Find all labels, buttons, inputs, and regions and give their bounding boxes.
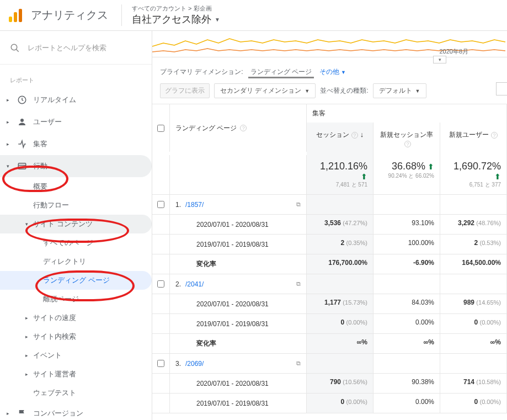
new-rate-cell: -6.90% xyxy=(373,254,440,274)
search-icon xyxy=(10,43,20,53)
help-icon[interactable]: ? xyxy=(404,141,411,147)
caret-down-icon: ▼ xyxy=(215,17,220,23)
table-search-input[interactable] xyxy=(496,82,507,95)
col-header-new-users[interactable]: 新規ユーザー? xyxy=(440,123,507,155)
landing-page-link[interactable]: /2041/ xyxy=(185,280,204,288)
subsub-directory[interactable]: ディレクトリ xyxy=(0,252,152,271)
app-title: アナリティクス xyxy=(31,8,108,23)
caret-right-icon: ▸ xyxy=(4,141,11,147)
user-icon xyxy=(17,116,28,127)
search-input[interactable]: レポートとヘルプを検索 xyxy=(0,36,152,64)
svg-point-6 xyxy=(20,119,24,122)
nav-realtime[interactable]: ▸ リアルタイム xyxy=(0,89,152,111)
open-link-icon[interactable]: ⧉ xyxy=(296,360,301,367)
row-checkbox[interactable] xyxy=(157,201,164,208)
chart-pager[interactable]: ▾ xyxy=(433,56,446,63)
table-subrow: 2020/07/01 - 2020/08/31 790 (10.56%) 90.… xyxy=(152,374,507,394)
sub-site-speed[interactable]: ▸サイトの速度 xyxy=(0,309,152,327)
svg-rect-0 xyxy=(9,17,12,22)
view-selector[interactable]: 自社アクセス除外 ▼ xyxy=(132,13,220,26)
open-link-icon[interactable]: ⧉ xyxy=(296,201,301,208)
landing-page-link[interactable]: /2069/ xyxy=(185,360,204,368)
flag-icon xyxy=(17,408,28,419)
svg-rect-2 xyxy=(19,9,22,22)
date-range-cell: 2020/07/01 - 2020/08/31 xyxy=(170,294,307,313)
caret-down-icon: ▾ xyxy=(25,221,32,227)
svg-line-4 xyxy=(16,49,19,52)
help-icon[interactable]: ? xyxy=(240,125,247,131)
summary-sessions: 1,210.16% ⬆ 7,481 と 571 xyxy=(307,155,373,194)
caret-right-icon: ▸ xyxy=(25,315,32,321)
section-label-reports: レポート xyxy=(0,72,152,89)
open-link-icon[interactable]: ⧉ xyxy=(296,280,301,288)
table-subrow: 2019/07/01 - 2019/08/31 0 (0.00%) 0.00% … xyxy=(152,394,507,413)
sort-type-select[interactable]: デフォルト▼ xyxy=(373,83,426,98)
select-all-checkbox[interactable] xyxy=(157,125,164,132)
nav-audience[interactable]: ▸ ユーザー xyxy=(0,111,152,133)
help-icon[interactable]: ? xyxy=(351,132,358,139)
new-rate-cell: 90.38% xyxy=(373,374,440,393)
sub-experiments[interactable]: ウェブテスト xyxy=(0,384,152,402)
new-users-cell: 3,292 (48.76%) xyxy=(440,215,507,234)
sub-site-search[interactable]: ▸サイト内検索 xyxy=(0,327,152,346)
nav-label: 行動 xyxy=(33,161,47,171)
primary-dimension[interactable]: ランディング ページ xyxy=(248,67,314,78)
svg-point-3 xyxy=(11,44,17,50)
secondary-dimension-button[interactable]: セカンダリ ディメンション▼ xyxy=(214,83,316,98)
nav-label: ユーザー xyxy=(33,117,62,127)
nav-conversions[interactable]: ▸ コンバージョン xyxy=(0,402,152,420)
row-checkbox[interactable] xyxy=(157,280,164,288)
new-users-cell: ∞% xyxy=(440,334,507,353)
controls-row: グラフに表示 セカンダリ ディメンション▼ 並べ替えの種類: デフォルト▼ xyxy=(152,80,507,104)
svg-rect-7 xyxy=(18,163,26,169)
sessions-cell: 3,536 (47.27%) xyxy=(307,215,373,234)
sessions-cell: 0 (0.00%) xyxy=(307,314,373,333)
table-row: 2./2041/⧉ xyxy=(152,274,507,294)
sidebar: レポートとヘルプを検索 レポート ▸ リアルタイム ▸ ユーザー ▸ 集客 ▾ … xyxy=(0,31,152,420)
landing-page-cell: 2./2041/⧉ xyxy=(170,274,307,294)
new-users-cell: 0 (0.00%) xyxy=(440,314,507,333)
new-rate-cell: 84.03% xyxy=(373,294,440,313)
sub-behavior-flow[interactable]: 行動フロー xyxy=(0,196,152,215)
other-dimensions-link[interactable]: その他 ▼ xyxy=(319,68,346,76)
help-icon[interactable]: ? xyxy=(491,132,498,139)
nav-behavior[interactable]: ▾ 行動 xyxy=(0,155,152,177)
new-users-cell: 714 (10.58%) xyxy=(440,374,507,393)
sort-arrow-icon: ↓ xyxy=(360,130,364,139)
sub-overview[interactable]: 概要 xyxy=(0,177,152,196)
caret-right-icon: ▸ xyxy=(4,411,11,416)
sub-events[interactable]: ▸イベント xyxy=(0,346,152,365)
caret-down-icon: ▾ xyxy=(4,163,11,169)
landing-page-link[interactable]: /1857/ xyxy=(185,201,204,209)
table-subrow: 2019/07/01 - 2019/08/31 0 (0.00%) 0.00% … xyxy=(152,314,507,334)
landing-page-header[interactable]: ランディング ページ ? xyxy=(170,104,307,152)
summary-new-users: 1,690.72% ⬆ 6,751 と 377 xyxy=(440,155,507,194)
date-range-cell: 2019/07/01 - 2019/08/31 xyxy=(170,394,307,413)
plot-rows-button[interactable]: グラフに表示 xyxy=(160,83,210,98)
view-name: 自社アクセス除外 xyxy=(132,13,211,26)
subsub-landing-pages[interactable]: ランディング ページ xyxy=(0,271,152,290)
up-arrow-icon: ⬆ xyxy=(494,172,501,181)
row-checkbox[interactable] xyxy=(157,360,164,367)
nav-cutoff xyxy=(0,64,152,72)
table-subrow: 2020/07/01 - 2020/08/31 3,536 (47.27%) 9… xyxy=(152,215,507,235)
col-header-new-session-rate[interactable]: 新規セッション率? xyxy=(373,123,440,155)
up-arrow-icon: ⬆ xyxy=(425,162,434,171)
col-header-sessions[interactable]: セッション?↓ xyxy=(307,123,373,155)
sessions-cell: 176,700.00% xyxy=(307,254,373,274)
date-range-cell: 変化率 xyxy=(170,334,307,353)
subsub-exit-pages[interactable]: 離脱ページ xyxy=(0,290,152,309)
ga-logo-icon xyxy=(7,7,24,24)
date-range-cell: 2020/07/01 - 2020/08/31 xyxy=(170,374,307,393)
sessions-cell: 0 (0.00%) xyxy=(307,394,373,413)
sub-site-content[interactable]: ▾サイト コンテンツ xyxy=(0,215,152,233)
nav-acquisition[interactable]: ▸ 集客 xyxy=(0,133,152,155)
date-range-cell: 変化率 xyxy=(170,254,307,274)
new-rate-cell: 100.00% xyxy=(373,235,440,254)
table-subrow: 変化率 ∞% ∞% ∞% xyxy=(152,334,507,354)
breadcrumb[interactable]: すべてのアカウント > 彩企画 xyxy=(132,4,220,13)
content-area: 2020年8月 ▾ プライマリ ディメンション: ランディング ページ その他 … xyxy=(152,31,507,420)
subsub-all-pages[interactable]: すべてのページ xyxy=(0,233,152,252)
sub-publisher[interactable]: ▸サイト運営者 xyxy=(0,365,152,384)
sessions-cell: 2 (0.35%) xyxy=(307,235,373,254)
